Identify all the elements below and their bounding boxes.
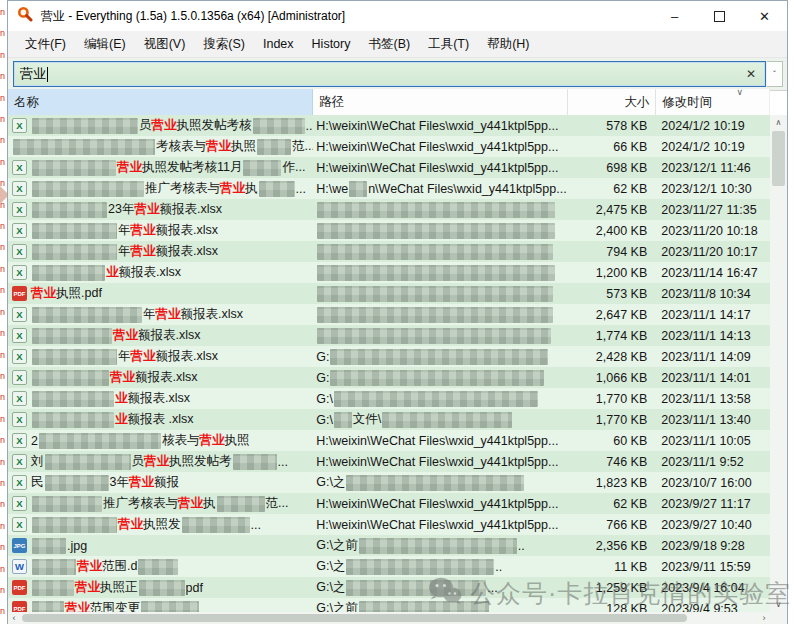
text-fragment: G:\ (316, 392, 333, 406)
file-row[interactable]: X23年营业额报表.xlsx2,475 KB2023/11/27 11:35 (8, 199, 770, 220)
file-row[interactable]: X营业执照发...H:\weixin\WeChat Files\wxid_y44… (8, 514, 770, 535)
file-row[interactable]: X年营业额报表.xlsx2,400 KB2023/11/20 10:18 (8, 220, 770, 241)
file-row[interactable]: X员营业执照发帖考核...H:\weixin\WeChat Files\wxid… (8, 115, 770, 136)
file-modified-cell: 2024/1/2 10:19 (656, 136, 770, 157)
file-path-cell: G:\之.. (313, 556, 568, 577)
xls-file-icon: X (12, 370, 27, 385)
scroll-up-icon[interactable]: ∧ (770, 115, 787, 130)
file-modified-cell: 2023/9/18 9:28 (656, 535, 770, 556)
text-fragment: 考核表与 (156, 138, 206, 155)
file-size-cell: 60 KB (569, 430, 657, 451)
redaction-block (32, 244, 117, 260)
sort-descending-icon: ∨ (736, 87, 743, 97)
file-row[interactable]: X业额报表 .xlsxG:\文件\1,770 KB2023/11/1 13:40 (8, 409, 770, 430)
file-row[interactable]: X年营业额报表.xlsx2,647 KB2023/11/1 14:17 (8, 304, 770, 325)
file-modified-cell: 2024/1/2 10:19 (656, 115, 770, 136)
file-row[interactable]: X年营业额报表.xlsx794 KB2023/11/20 10:17 (8, 241, 770, 262)
menu-item-7[interactable]: 工具(T) (419, 36, 478, 53)
vertical-scrollbar[interactable]: ∧ ∨ (770, 115, 787, 612)
text-fragment: 执照.pdf (56, 285, 102, 302)
file-row[interactable]: X业额报表.xlsxG:\1,770 KB2023/11/1 13:58 (8, 388, 770, 409)
clear-search-icon[interactable]: ✕ (746, 67, 765, 81)
menu-item-3[interactable]: 搜索(S) (194, 36, 254, 53)
minimize-button[interactable]: – (652, 1, 697, 31)
match-highlight-text: 营业 (31, 285, 56, 302)
background-text-fragment: n (0, 323, 5, 344)
column-header-modified[interactable]: 修改时间 ∨ (656, 89, 770, 115)
horizontal-scrollbar[interactable]: ‹ › (8, 612, 770, 624)
file-row[interactable]: X年营业额报表.xlsxG:2,428 KB2023/11/1 14:09 (8, 346, 770, 367)
menu-item-4[interactable]: Index (254, 37, 303, 51)
text-fragment: 额报表 .xlsx (128, 411, 194, 428)
text-fragment: 推广考核表与 (145, 180, 220, 197)
file-size-cell: 1,200 KB (569, 262, 657, 283)
text-fragment: 年 (118, 243, 131, 260)
text-fragment: ... (487, 581, 497, 595)
redaction-block (32, 181, 144, 197)
redaction-block (317, 286, 553, 302)
background-text-fragment: n (0, 473, 5, 494)
redaction-block (32, 370, 109, 386)
title-bar[interactable]: 营业 - Everything (1.5a) 1.5.0.1356a (x64)… (8, 1, 787, 31)
text-fragment: 范围变更 (90, 600, 140, 612)
menu-item-2[interactable]: 视图(V) (135, 36, 195, 53)
redaction-block (32, 559, 76, 575)
file-row[interactable]: JPG.jpgG:\之前..2,356 KB2023/9/18 9:28 (8, 535, 770, 556)
text-fragment: G:\之 (316, 474, 345, 491)
text-fragment: n\WeChat Files\wxid_y441ktpl5pp... (368, 182, 566, 196)
menu-item-5[interactable]: History (303, 37, 360, 51)
redaction-block (32, 118, 138, 134)
vertical-scroll-thumb[interactable] (772, 131, 785, 186)
column-header-size[interactable]: 大小 (568, 89, 656, 115)
file-row[interactable]: PDF营业执照.pdf573 KB2023/11/8 10:34 (8, 283, 770, 304)
text-fragment: 额报表.xlsx (156, 348, 219, 365)
redaction-block (32, 328, 112, 344)
file-modified-cell: 2023/11/20 10:18 (656, 220, 770, 241)
horizontal-scroll-thumb[interactable] (22, 614, 687, 622)
file-modified-cell: 2023/11/1 13:40 (656, 409, 770, 430)
file-row[interactable]: X业额报表.xlsx1,200 KB2023/11/14 16:47 (8, 262, 770, 283)
file-modified-cell: 2023/9/27 11:17 (656, 493, 770, 514)
file-row[interactable]: PDF营业范围变更G:\之前128 KB2023/9/4 9:53 (8, 598, 770, 612)
scroll-left-icon[interactable]: ‹ (8, 612, 20, 624)
file-row[interactable]: X推广考核表与营业执...H:\wen\WeChat Files\wxid_y4… (8, 178, 770, 199)
search-input[interactable]: 营业 ✕ (13, 61, 766, 87)
column-header-path[interactable]: 路径 (313, 89, 568, 115)
maximize-button[interactable] (697, 1, 742, 31)
file-row[interactable]: X推广考核表与营业执范...H:\weixin\WeChat Files\wxi… (8, 493, 770, 514)
search-query-text: 营业 (20, 65, 46, 83)
text-fragment: H:\weixin\WeChat Files\wxid_y441ktpl5pp.… (316, 434, 558, 448)
file-row[interactable]: X营业执照发帖考核11月作...H:\weixin\WeChat Files\w… (8, 157, 770, 178)
file-row[interactable]: W营业范围.dG:\之..11 KB2023/9/11 15:59 (8, 556, 770, 577)
match-highlight-text: 营业 (206, 138, 231, 155)
text-fragment: 2 (31, 434, 38, 448)
scroll-down-icon[interactable]: ∨ (770, 597, 787, 612)
pdf-file-icon: PDF (12, 580, 27, 595)
file-row[interactable]: PDF营业执照正pdfG:\之...1,259 KB2023/9/4 16:04 (8, 577, 770, 598)
text-fragment: G: (316, 350, 329, 364)
menu-item-1[interactable]: 编辑(E) (75, 36, 135, 53)
file-row[interactable]: X民3年营业额报G:\之1,823 KB2023/10/7 16:00 (8, 472, 770, 493)
menu-item-0[interactable]: 文件(F) (16, 36, 75, 53)
column-header-name[interactable]: 名称 (8, 89, 313, 115)
menu-item-6[interactable]: 书签(B) (359, 36, 419, 53)
text-fragment: 刘 (31, 453, 44, 470)
file-size-cell: 578 KB (569, 115, 657, 136)
file-size-cell: 62 KB (569, 493, 657, 514)
menu-item-8[interactable]: 帮助(H) (478, 36, 538, 53)
file-row[interactable]: X2核表与营业执照H:\weixin\WeChat Files\wxid_y44… (8, 430, 770, 451)
file-row[interactable]: X刘员营业执照发帖考...H:\weixin\WeChat Files\wxid… (8, 451, 770, 472)
file-size-cell: 11 KB (569, 556, 657, 577)
close-button[interactable]: ✕ (742, 1, 787, 31)
text-fragment: G:\之 (316, 558, 345, 575)
scroll-right-icon[interactable]: › (758, 612, 770, 624)
text-fragment: 执照发帖考核 (177, 117, 252, 134)
screen: { "window": { "title": "营业 - Everything … (0, 0, 794, 624)
file-row[interactable]: 考核表与营业执照范...H:\weixin\WeChat Files\wxid_… (8, 136, 770, 157)
background-text-fragment: n (0, 259, 5, 280)
search-history-dropdown[interactable]: ˇ (767, 61, 783, 87)
file-row[interactable]: X营业额报表.xlsxG:1,066 KB2023/11/1 14:01 (8, 367, 770, 388)
redaction-block (138, 559, 178, 575)
redaction-block (139, 580, 185, 596)
file-row[interactable]: X营业额报表.xlsx1,774 KB2023/11/1 14:13 (8, 325, 770, 346)
